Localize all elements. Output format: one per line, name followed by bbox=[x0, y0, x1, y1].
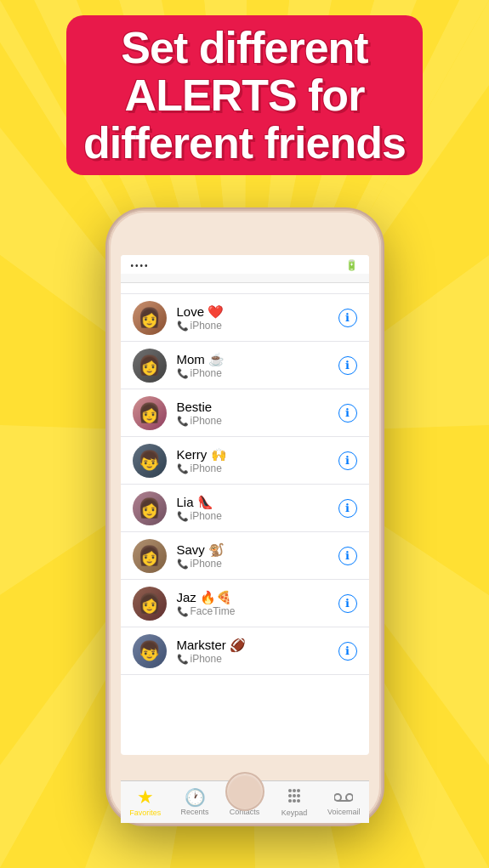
phone-icon-jaz: 📞 bbox=[177, 606, 189, 617]
fav-name-markster: Markster 🏈 bbox=[177, 637, 338, 654]
tab-voicemail[interactable]: Voicemail bbox=[319, 789, 368, 816]
phone-icon-bestie: 📞 bbox=[177, 416, 189, 427]
tab-label-voicemail: Voicemail bbox=[327, 808, 361, 816]
tab-icon-favorites: ★ bbox=[137, 788, 154, 807]
page-title bbox=[121, 283, 369, 294]
fav-sub-savy: 📞iPhone bbox=[177, 558, 338, 570]
info-btn-kerry[interactable]: ℹ bbox=[338, 451, 357, 470]
phone-icon-savy: 📞 bbox=[177, 559, 189, 570]
svg-point-33 bbox=[288, 789, 292, 792]
fav-name-bestie: Bestie bbox=[177, 399, 338, 416]
fav-item-kerry[interactable]: 👦Kerry 🙌📞iPhoneℹ bbox=[121, 437, 369, 485]
avatar-love: 👩 bbox=[133, 301, 167, 335]
fav-sub-text-bestie: iPhone bbox=[190, 415, 222, 427]
tab-icon-voicemail bbox=[334, 789, 353, 806]
battery-icon: 🔋 bbox=[345, 259, 358, 271]
avatar-bestie: 👩 bbox=[133, 396, 167, 430]
phone-frame: •••• 🔋 👩Love ❤️📞iPhoneℹ👩Mom ☕📞iPhoneℹ👩Be… bbox=[109, 211, 381, 823]
status-bar: •••• 🔋 bbox=[121, 255, 369, 274]
fav-sub-love: 📞iPhone bbox=[177, 320, 338, 332]
phone-icon-kerry: 📞 bbox=[177, 463, 189, 474]
fav-sub-text-jaz: FaceTime bbox=[190, 605, 236, 617]
fav-name-love: Love ❤️ bbox=[177, 304, 338, 321]
tab-label-recents: Recents bbox=[181, 808, 209, 816]
favorites-list: 👩Love ❤️📞iPhoneℹ👩Mom ☕📞iPhoneℹ👩Bestie📞iP… bbox=[121, 294, 369, 675]
fav-info-kerry: Kerry 🙌📞iPhone bbox=[177, 446, 338, 475]
headline-container: Set differentALERTS fordifferent friends bbox=[0, 24, 489, 167]
home-button[interactable] bbox=[225, 772, 264, 811]
avatar-markster: 👦 bbox=[133, 634, 167, 668]
avatar-savy: 👩 bbox=[133, 539, 167, 573]
fav-sub-kerry: 📞iPhone bbox=[177, 462, 338, 474]
info-btn-mom[interactable]: ℹ bbox=[338, 356, 357, 375]
phone-screen: •••• 🔋 👩Love ❤️📞iPhoneℹ👩Mom ☕📞iPhoneℹ👩Be… bbox=[121, 255, 369, 755]
tab-icon-keypad bbox=[286, 787, 303, 807]
fav-sub-jaz: 📞FaceTime bbox=[177, 605, 338, 617]
fav-name-kerry: Kerry 🙌 bbox=[177, 446, 338, 463]
fav-info-markster: Markster 🏈📞iPhone bbox=[177, 637, 338, 666]
svg-point-43 bbox=[346, 794, 353, 801]
phone-icon-lia: 📞 bbox=[177, 511, 189, 522]
svg-point-35 bbox=[297, 789, 300, 792]
status-right: 🔋 bbox=[342, 259, 358, 271]
svg-point-36 bbox=[288, 794, 292, 797]
fav-item-mom[interactable]: 👩Mom ☕📞iPhoneℹ bbox=[121, 342, 369, 389]
avatar-lia: 👩 bbox=[133, 491, 167, 525]
svg-point-37 bbox=[293, 794, 296, 797]
fav-item-bestie[interactable]: 👩Bestie📞iPhoneℹ bbox=[121, 389, 369, 437]
phone-icon-mom: 📞 bbox=[177, 368, 189, 379]
svg-point-42 bbox=[334, 794, 341, 801]
fav-sub-text-mom: iPhone bbox=[190, 367, 222, 379]
fav-info-love: Love ❤️📞iPhone bbox=[177, 304, 338, 332]
fav-info-jaz: Jaz 🔥🍕📞FaceTime bbox=[177, 589, 338, 618]
info-btn-savy[interactable]: ℹ bbox=[338, 547, 357, 565]
fav-sub-lia: 📞iPhone bbox=[177, 510, 338, 522]
fav-sub-text-savy: iPhone bbox=[190, 558, 222, 570]
fav-sub-text-love: iPhone bbox=[190, 320, 222, 332]
fav-name-jaz: Jaz 🔥🍕 bbox=[177, 589, 338, 606]
svg-point-34 bbox=[293, 789, 296, 792]
fav-item-savy[interactable]: 👩Savy 🐒📞iPhoneℹ bbox=[121, 532, 369, 580]
tab-icon-recents: 🕐 bbox=[185, 789, 206, 806]
avatar-kerry: 👦 bbox=[133, 444, 167, 478]
info-btn-markster[interactable]: ℹ bbox=[338, 642, 357, 661]
info-btn-lia[interactable]: ℹ bbox=[338, 499, 357, 518]
fav-sub-text-kerry: iPhone bbox=[190, 462, 222, 474]
tab-label-favorites: Favorites bbox=[129, 808, 161, 817]
fav-info-lia: Lia 👠📞iPhone bbox=[177, 494, 338, 523]
tab-label-keypad: Keypad bbox=[281, 808, 308, 817]
phone-icon-love: 📞 bbox=[177, 321, 189, 332]
fav-sub-text-lia: iPhone bbox=[190, 510, 222, 522]
avatar-jaz: 👩 bbox=[133, 587, 167, 621]
fav-item-markster[interactable]: 👦Markster 🏈📞iPhoneℹ bbox=[121, 627, 369, 675]
info-btn-bestie[interactable]: ℹ bbox=[338, 404, 357, 423]
info-btn-love[interactable]: ℹ bbox=[338, 309, 357, 327]
fav-sub-text-markster: iPhone bbox=[190, 653, 222, 665]
fav-sub-bestie: 📞iPhone bbox=[177, 415, 338, 427]
avatar-mom: 👩 bbox=[133, 349, 167, 383]
fav-name-lia: Lia 👠 bbox=[177, 494, 338, 511]
fav-info-bestie: Bestie📞iPhone bbox=[177, 399, 338, 428]
svg-point-41 bbox=[297, 799, 300, 803]
fav-item-lia[interactable]: 👩Lia 👠📞iPhoneℹ bbox=[121, 485, 369, 532]
fav-name-savy: Savy 🐒 bbox=[177, 542, 338, 559]
svg-point-38 bbox=[297, 794, 300, 797]
fav-sub-mom: 📞iPhone bbox=[177, 367, 338, 379]
tab-recents[interactable]: 🕐Recents bbox=[170, 789, 219, 816]
nav-bar bbox=[121, 274, 369, 283]
tab-favorites[interactable]: ★Favorites bbox=[121, 788, 170, 817]
fav-item-jaz[interactable]: 👩Jaz 🔥🍕📞FaceTimeℹ bbox=[121, 580, 369, 627]
headline-text: Set differentALERTS fordifferent friends bbox=[83, 24, 406, 167]
phone-mockup: •••• 🔋 👩Love ❤️📞iPhoneℹ👩Mom ☕📞iPhoneℹ👩Be… bbox=[109, 211, 381, 823]
svg-point-40 bbox=[293, 799, 296, 803]
svg-point-39 bbox=[288, 799, 292, 803]
fav-name-mom: Mom ☕ bbox=[177, 351, 338, 368]
signal-dots: •••• bbox=[131, 261, 150, 270]
fav-info-savy: Savy 🐒📞iPhone bbox=[177, 542, 338, 570]
fav-info-mom: Mom ☕📞iPhone bbox=[177, 351, 338, 380]
phone-icon-markster: 📞 bbox=[177, 654, 189, 665]
tab-keypad[interactable]: Keypad bbox=[270, 787, 319, 817]
fav-item-love[interactable]: 👩Love ❤️📞iPhoneℹ bbox=[121, 294, 369, 342]
info-btn-jaz[interactable]: ℹ bbox=[338, 594, 357, 613]
fav-sub-markster: 📞iPhone bbox=[177, 653, 338, 665]
